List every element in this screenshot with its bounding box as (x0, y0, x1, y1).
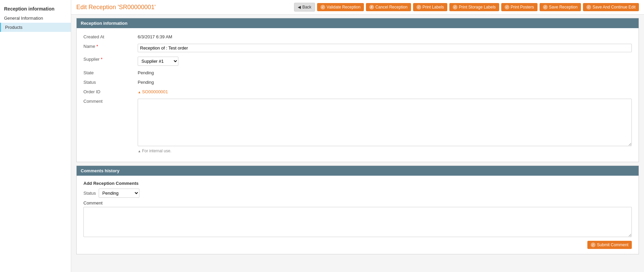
comment-label: Comment (83, 98, 138, 104)
page-title: Edit Reception 'SR00000001' (76, 4, 292, 11)
state-row: State Pending (83, 69, 632, 75)
state-value: Pending (138, 69, 632, 75)
status-row: Status Pending (83, 79, 632, 85)
created-at-value: 6/3/2017 6:39 AM (138, 33, 632, 39)
sidebar-title: Reception information (0, 3, 71, 14)
save-continue-edit-button[interactable]: ✓ Save And Continue Edit (583, 3, 639, 11)
save-icon: ✓ (543, 5, 548, 9)
name-row: Name * (83, 43, 632, 52)
back-button[interactable]: ◀ Back (294, 3, 315, 12)
back-icon: ◀ (298, 5, 301, 9)
comments-status-select[interactable]: Pending Validated Cancelled (99, 189, 139, 198)
sidebar-item-general-information[interactable]: General Information (0, 14, 71, 23)
reception-info-header: Reception information (77, 18, 639, 28)
created-at-row: Created At 6/3/2017 6:39 AM (83, 33, 632, 39)
save-continue-icon: ✓ (586, 5, 591, 9)
comments-history-section: Comments history Add Reception Comments … (76, 166, 639, 254)
print-posters-icon: ✓ (505, 5, 509, 9)
main-content: Edit Reception 'SR00000001' ◀ Back ✓ Val… (71, 0, 644, 272)
order-id-value: SO00000001 (138, 88, 632, 94)
internal-note: For internal use. (138, 149, 632, 153)
print-posters-button[interactable]: ✓ Print Posters (501, 3, 538, 11)
order-id-link[interactable]: SO00000001 (138, 89, 168, 94)
status-value: Pending (138, 79, 632, 85)
comment-field-wrapper: For internal use. (138, 98, 632, 153)
comments-status-label: Status (83, 191, 96, 196)
created-at-label: Created At (83, 33, 138, 39)
comments-comment-textarea[interactable] (83, 207, 632, 237)
validate-reception-button[interactable]: ✓ Validate Reception (317, 3, 364, 11)
order-id-row: Order ID SO00000001 (83, 88, 632, 94)
supplier-label: Supplier * (83, 56, 138, 62)
status-label: Status (83, 79, 138, 85)
top-bar: Edit Reception 'SR00000001' ◀ Back ✓ Val… (71, 0, 644, 15)
check-icon: ✓ (320, 5, 325, 9)
comment-label-text: Comment (83, 200, 102, 206)
name-label: Name * (83, 43, 138, 49)
supplier-row: Supplier * Supplier #1 (83, 56, 632, 66)
comment-actions: ✓ Submit Comment (83, 241, 632, 249)
comments-history-header: Comments history (77, 166, 639, 176)
supplier-select[interactable]: Supplier #1 (138, 57, 178, 66)
state-label: State (83, 69, 138, 75)
comment-row: Comment For internal use. (83, 98, 632, 153)
print-icon: ✓ (416, 5, 421, 9)
comments-status-row: Status Pending Validated Cancelled (83, 189, 632, 198)
comments-inner: Add Reception Comments Status Pending Va… (77, 176, 639, 254)
comment-label-row: Comment (83, 200, 632, 206)
cancel-reception-button[interactable]: ✗ Cancel Reception (366, 3, 411, 11)
print-storage-labels-button[interactable]: ✓ Print Storage Labels (449, 3, 499, 11)
name-field-wrapper (138, 43, 632, 52)
sidebar: Reception information General Informatio… (0, 0, 71, 272)
print-storage-icon: ✓ (453, 5, 457, 9)
order-id-label: Order ID (83, 88, 138, 94)
submit-icon: ✓ (591, 242, 596, 247)
supplier-field-wrapper: Supplier #1 (138, 56, 632, 66)
reception-info-body: Created At 6/3/2017 6:39 AM Name * (77, 28, 639, 162)
save-reception-button[interactable]: ✓ Save Reception (540, 3, 581, 11)
reception-information-section: Reception information Created At 6/3/201… (76, 18, 639, 162)
supplier-required: * (101, 57, 102, 62)
submit-comment-button[interactable]: ✓ Submit Comment (587, 241, 632, 249)
sidebar-item-products[interactable]: Products (0, 23, 71, 32)
name-required: * (96, 44, 98, 49)
add-comments-title: Add Reception Comments (83, 181, 632, 186)
name-input[interactable] (138, 44, 632, 52)
print-labels-button[interactable]: ✓ Print Labels (413, 3, 447, 11)
comment-textarea[interactable] (138, 99, 632, 146)
cancel-icon: ✗ (369, 5, 374, 9)
